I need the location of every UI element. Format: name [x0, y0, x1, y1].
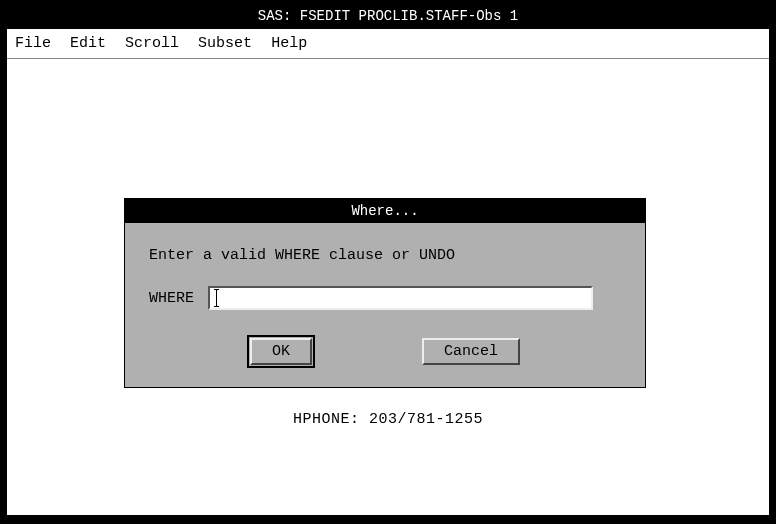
menu-subset[interactable]: Subset: [198, 35, 252, 52]
content-area: HPHONE: 203/781-1255 Where... Enter a va…: [7, 59, 769, 513]
menu-help[interactable]: Help: [271, 35, 307, 52]
where-label: WHERE: [149, 290, 194, 307]
window-title: SAS: FSEDIT PROCLIB.STAFF-Obs 1: [6, 6, 770, 28]
button-row: OK Cancel: [149, 338, 621, 375]
ok-button[interactable]: OK: [250, 338, 312, 365]
where-input[interactable]: [208, 286, 593, 310]
dialog-title: Where...: [125, 199, 645, 223]
menu-scroll[interactable]: Scroll: [125, 35, 179, 52]
dialog-body: Enter a valid WHERE clause or UNDO WHERE…: [125, 223, 645, 387]
application-frame: SAS: FSEDIT PROCLIB.STAFF-Obs 1 File Edi…: [0, 0, 776, 524]
dialog-prompt: Enter a valid WHERE clause or UNDO: [149, 247, 621, 264]
menu-file[interactable]: File: [15, 35, 51, 52]
where-dialog: Where... Enter a valid WHERE clause or U…: [125, 199, 645, 387]
text-cursor-icon: [216, 290, 217, 306]
cancel-button[interactable]: Cancel: [422, 338, 520, 365]
menu-edit[interactable]: Edit: [70, 35, 106, 52]
menu-bar: File Edit Scroll Subset Help: [7, 29, 769, 59]
hphone-text: HPHONE: 203/781-1255: [7, 411, 769, 428]
app-window: File Edit Scroll Subset Help HPHONE: 203…: [6, 28, 770, 516]
input-row: WHERE: [149, 286, 621, 310]
